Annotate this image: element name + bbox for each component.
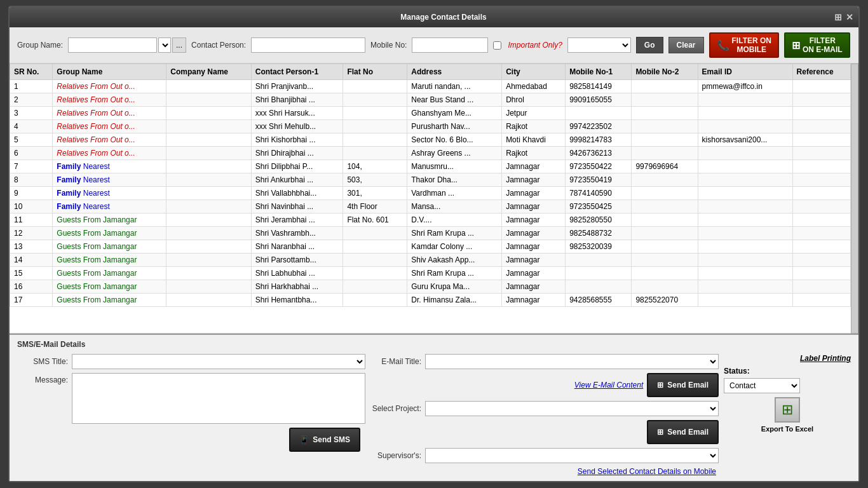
status-select-row: Contact bbox=[724, 378, 851, 393]
table-cell bbox=[343, 120, 407, 133]
status-select[interactable]: Contact bbox=[724, 378, 800, 393]
table-cell: 7874140590 bbox=[566, 187, 632, 200]
table-cell bbox=[792, 227, 850, 240]
table-cell: kishorsavsani200... bbox=[698, 133, 792, 147]
clear-button[interactable]: Clear bbox=[668, 37, 704, 53]
table-cell bbox=[698, 227, 792, 240]
table-cell: Mansa... bbox=[407, 200, 502, 214]
email-actions-row: View E-Mail Content ⊞ Send Email bbox=[370, 373, 719, 397]
group-name-input[interactable] bbox=[68, 37, 157, 53]
message-textarea[interactable] bbox=[72, 373, 365, 424]
col-company: Company Name bbox=[166, 64, 251, 80]
table-cell: Relatives From Out o... bbox=[53, 120, 166, 133]
table-cell bbox=[343, 280, 407, 294]
table-row[interactable]: 14Guests From JamangarShri Parsottamb...… bbox=[10, 254, 851, 267]
table-row[interactable]: 6Relatives From Out o...Shri Dhirajbhai … bbox=[10, 147, 851, 160]
table-cell: 9825488732 bbox=[566, 227, 632, 240]
table-cell bbox=[698, 147, 792, 160]
table-cell: 9998214783 bbox=[566, 133, 632, 147]
table-cell: Thakor Dha... bbox=[407, 173, 502, 187]
send-email-button-2[interactable]: ⊞ Send Email bbox=[647, 420, 719, 444]
group-name-ellipsis[interactable]: ... bbox=[172, 37, 186, 53]
table-row[interactable]: 5Relatives From Out o...Shri Kishorbhai … bbox=[10, 133, 851, 147]
table-cell bbox=[632, 147, 698, 160]
table-cell: Flat No. 601 bbox=[343, 214, 407, 227]
send-sms-button[interactable]: 📱 Send SMS bbox=[289, 428, 360, 452]
important-only-checkbox[interactable] bbox=[493, 41, 501, 50]
table-row[interactable]: 2Relatives From Out o...Shri Bhanjibhai … bbox=[10, 93, 851, 107]
table-row[interactable]: 7Family NearestShri Dilipbhai P...104,Ma… bbox=[10, 160, 851, 173]
view-email-content-link[interactable]: View E-Mail Content bbox=[574, 381, 644, 390]
send-email-button-1[interactable]: ⊞ Send Email bbox=[647, 373, 719, 397]
important-dropdown[interactable] bbox=[567, 37, 631, 53]
table-cell bbox=[566, 280, 632, 294]
toolbar: Group Name: ... Contact Person: Mobile N… bbox=[10, 27, 858, 64]
table-cell: 301, bbox=[343, 187, 407, 200]
table-row[interactable]: 13Guests From JamangarShri Naranbhai ...… bbox=[10, 240, 851, 254]
close-icon[interactable]: ✕ bbox=[846, 12, 853, 22]
table-row[interactable]: 4Relatives From Out o...xxx Shri Mehulb.… bbox=[10, 120, 851, 133]
table-row[interactable]: 12Guests From JamangarShri Vashrambh...S… bbox=[10, 227, 851, 240]
filter-email-button[interactable]: ⊞ FILTER ON E-MAIL bbox=[784, 32, 850, 58]
table-cell: 16 bbox=[10, 280, 53, 294]
table-cell: Jamnagar bbox=[502, 267, 566, 280]
label-printing-link[interactable]: Label Printing bbox=[800, 354, 851, 363]
table-row[interactable]: 9Family NearestShri Vallabhbhai...301,Va… bbox=[10, 187, 851, 200]
table-cell bbox=[166, 160, 251, 173]
table-row[interactable]: 1Relatives From Out o...Shri Pranjivanb.… bbox=[10, 80, 851, 93]
table-cell bbox=[792, 214, 850, 227]
table-cell: 9974223502 bbox=[566, 120, 632, 133]
table-cell: 2 bbox=[10, 93, 53, 107]
table-row[interactable]: 17Guests From JamangarShri Hemantbha...D… bbox=[10, 294, 851, 307]
table-cell: Relatives From Out o... bbox=[53, 93, 166, 107]
table-cell bbox=[698, 200, 792, 214]
table-cell: 6 bbox=[10, 147, 53, 160]
table-cell bbox=[166, 80, 251, 93]
table-cell: Relatives From Out o... bbox=[53, 80, 166, 93]
table-cell bbox=[698, 294, 792, 307]
go-button[interactable]: Go bbox=[636, 37, 663, 53]
supervisor-select[interactable] bbox=[425, 448, 719, 463]
table-cell bbox=[792, 267, 850, 280]
send-selected-link[interactable]: Send Selected Contact Details on Mobile bbox=[578, 467, 716, 476]
mobile-no-input[interactable] bbox=[412, 37, 488, 53]
table-cell bbox=[166, 267, 251, 280]
bottom-panel-title: SMS/E-Mail Details bbox=[17, 340, 851, 349]
table-row[interactable]: 10Family NearestShri Navinbhai ...4th Fl… bbox=[10, 200, 851, 214]
table-row[interactable]: 16Guests From JamangarShri Harkhabhai ..… bbox=[10, 280, 851, 294]
table-cell: Guests From Jamangar bbox=[53, 267, 166, 280]
select-project-select[interactable] bbox=[425, 401, 719, 416]
table-cell: 5 bbox=[10, 133, 53, 147]
supervisor-row: Supervisor's: bbox=[370, 448, 719, 463]
table-header-row: SR No. Group Name Company Name Contact P… bbox=[10, 64, 851, 80]
table-row[interactable]: 8Family NearestShri Ankurbhai ...503,Tha… bbox=[10, 173, 851, 187]
col-city: City bbox=[502, 64, 566, 80]
table-cell: 9825280550 bbox=[566, 214, 632, 227]
scrollbar[interactable] bbox=[851, 64, 858, 334]
table-cell: Near Bus Stand ... bbox=[407, 93, 502, 107]
export-excel-button[interactable]: ⊞ bbox=[775, 397, 800, 423]
important-only-label: Important Only? bbox=[508, 41, 562, 50]
table-row[interactable]: 15Guests From JamangarShri Labhubhai ...… bbox=[10, 267, 851, 280]
email-title-select[interactable] bbox=[425, 354, 719, 369]
table-cell: Jamnagar bbox=[502, 200, 566, 214]
table-cell bbox=[166, 93, 251, 107]
table-cell: Shri Ankurbhai ... bbox=[251, 173, 343, 187]
contact-person-input[interactable] bbox=[251, 37, 365, 53]
email-title-row: E-Mail Title: bbox=[370, 354, 719, 369]
sms-title-select[interactable] bbox=[72, 354, 365, 369]
table-cell bbox=[792, 107, 850, 120]
main-window: Manage Contact Details ⊞ ✕ Group Name: .… bbox=[8, 6, 860, 482]
col-sr: SR No. bbox=[10, 64, 53, 80]
table-row[interactable]: 3Relatives From Out o...xxx Shri Harsuk.… bbox=[10, 107, 851, 120]
group-name-dropdown[interactable] bbox=[158, 37, 171, 53]
table-cell: Jamnagar bbox=[502, 187, 566, 200]
table-cell: Vardhman ... bbox=[407, 187, 502, 200]
grid-icon[interactable]: ⊞ bbox=[834, 12, 842, 22]
table-container[interactable]: SR No. Group Name Company Name Contact P… bbox=[10, 64, 851, 334]
table-cell bbox=[166, 254, 251, 267]
table-row[interactable]: 11Guests From JamangarShri Jerambhai ...… bbox=[10, 214, 851, 227]
filter-mobile-button[interactable]: 📞 FILTER ON MOBILE bbox=[709, 32, 779, 58]
sms-section: SMS Title: Message: 📱 Send SMS bbox=[17, 354, 365, 476]
table-cell: Sector No. 6 Blo... bbox=[407, 133, 502, 147]
